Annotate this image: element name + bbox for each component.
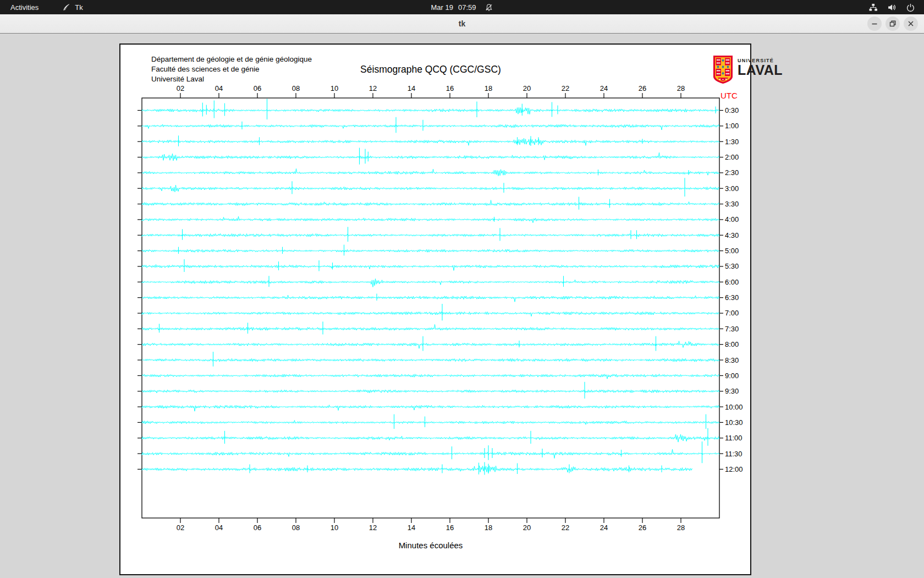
minimize-icon bbox=[867, 17, 882, 31]
trace-row bbox=[142, 434, 719, 442]
x-tick-label-top: 14 bbox=[408, 84, 415, 92]
clock-menu[interactable]: Mar 19 07:59 bbox=[431, 0, 493, 14]
close-icon bbox=[904, 17, 918, 31]
trace-row bbox=[142, 233, 719, 237]
x-tick-label-top: 10 bbox=[331, 84, 338, 92]
tk-app-icon bbox=[62, 3, 71, 12]
volume-icon[interactable] bbox=[887, 3, 897, 12]
row-time-label: 11:30 bbox=[725, 450, 743, 458]
x-tick-label-top: 12 bbox=[369, 84, 377, 92]
x-tick-label-bottom: 24 bbox=[600, 524, 608, 532]
row-time-label: 0:30 bbox=[725, 106, 739, 114]
clock-date: Mar 19 bbox=[431, 3, 453, 12]
trace-row bbox=[142, 152, 719, 161]
trace-row bbox=[142, 265, 719, 271]
maximize-restore-icon bbox=[886, 17, 900, 31]
row-time-label: 3:30 bbox=[725, 200, 739, 208]
x-tick-label-bottom: 16 bbox=[446, 524, 454, 532]
window-controls bbox=[867, 17, 918, 31]
row-time-label: 6:00 bbox=[725, 278, 739, 286]
row-time-label: 5:30 bbox=[725, 262, 739, 270]
trace-row bbox=[142, 279, 719, 287]
trace-row bbox=[142, 449, 719, 458]
plot-border bbox=[142, 98, 719, 518]
trace-spikes bbox=[179, 135, 643, 146]
x-tick-label-top: 26 bbox=[639, 84, 646, 92]
x-tick-label-bottom: 06 bbox=[254, 524, 261, 532]
trace-row bbox=[142, 107, 719, 114]
window-title: tk bbox=[459, 19, 465, 28]
row-time-label: 6:30 bbox=[725, 293, 739, 302]
row-time-label: 10:00 bbox=[725, 403, 743, 411]
row-time-label: 4:00 bbox=[725, 215, 739, 223]
x-axis-title: Minutes écoulées bbox=[142, 541, 719, 550]
trace-row bbox=[142, 295, 719, 302]
network-icon[interactable] bbox=[868, 3, 878, 12]
trace-row bbox=[142, 249, 719, 252]
x-tick-label-bottom: 10 bbox=[331, 524, 338, 532]
trace-row bbox=[142, 138, 719, 145]
x-tick-label-top: 16 bbox=[446, 84, 454, 92]
trace-row bbox=[142, 185, 719, 192]
x-tick-label-top: 06 bbox=[254, 84, 261, 92]
row-time-label: 5:00 bbox=[725, 247, 739, 255]
x-tick-label-bottom: 18 bbox=[485, 524, 492, 532]
trace-row bbox=[142, 168, 719, 176]
x-tick-label-bottom: 26 bbox=[639, 524, 646, 532]
x-tick-label-top: 08 bbox=[292, 84, 300, 92]
trace-spikes bbox=[250, 462, 662, 475]
x-tick-label-bottom: 22 bbox=[562, 524, 569, 532]
trace-row bbox=[142, 466, 692, 473]
row-time-label: 11:00 bbox=[725, 434, 743, 442]
trace-spikes bbox=[598, 170, 689, 176]
window-title-bar[interactable]: tk bbox=[0, 14, 924, 34]
trace-row bbox=[142, 341, 719, 349]
clock-text: Mar 19 07:59 bbox=[431, 3, 476, 12]
x-tick-label-bottom: 12 bbox=[369, 524, 377, 532]
row-time-label: 2:00 bbox=[725, 153, 739, 161]
trace-row bbox=[142, 374, 719, 379]
row-time-label: 10:30 bbox=[725, 418, 743, 427]
row-time-label: 8:30 bbox=[725, 356, 739, 364]
trace-spikes bbox=[160, 321, 323, 334]
row-time-label: 12:00 bbox=[725, 465, 743, 473]
x-tick-label-bottom: 14 bbox=[408, 524, 415, 532]
x-tick-label-top: 04 bbox=[215, 84, 223, 92]
app-indicator[interactable]: Tk bbox=[62, 0, 82, 14]
trace-spikes bbox=[202, 99, 716, 119]
row-time-label: 8:00 bbox=[725, 340, 739, 348]
trace-row bbox=[142, 312, 719, 317]
seismograph-canvas: Département de géologie et de génie géol… bbox=[119, 43, 751, 575]
maximize-button[interactable] bbox=[886, 17, 900, 31]
x-tick-label-bottom: 28 bbox=[677, 524, 685, 532]
row-time-label: 4:30 bbox=[725, 231, 739, 239]
row-time-label: 3:00 bbox=[725, 184, 739, 193]
x-tick-label-top: 28 bbox=[677, 84, 685, 92]
seismogram-plot: 0202040406060808101012121414161618182020… bbox=[120, 45, 750, 574]
activities-button[interactable]: Activities bbox=[8, 0, 41, 14]
row-time-label: 7:00 bbox=[725, 309, 739, 317]
trace-row bbox=[142, 324, 719, 330]
app-indicator-label: Tk bbox=[75, 3, 82, 12]
x-tick-label-top: 22 bbox=[562, 84, 569, 92]
notifications-muted-icon bbox=[485, 3, 493, 12]
x-tick-label-bottom: 08 bbox=[292, 524, 300, 532]
x-tick-label-top: 18 bbox=[485, 84, 492, 92]
trace-row bbox=[142, 216, 719, 222]
row-time-label: 2:30 bbox=[725, 168, 739, 177]
close-button[interactable] bbox=[904, 17, 918, 31]
minimize-button[interactable] bbox=[867, 17, 882, 31]
x-tick-label-bottom: 20 bbox=[523, 524, 531, 532]
x-tick-label-top: 02 bbox=[177, 84, 184, 92]
trace-row bbox=[142, 200, 719, 206]
x-tick-label-top: 20 bbox=[523, 84, 531, 92]
power-icon[interactable] bbox=[906, 3, 915, 12]
row-time-label: 7:30 bbox=[725, 325, 739, 333]
trace-spikes bbox=[452, 441, 702, 463]
row-time-label: 1:30 bbox=[725, 138, 739, 146]
trace-row bbox=[142, 124, 719, 130]
top-bar: Activities Tk Mar 19 07:59 bbox=[0, 0, 924, 14]
x-tick-label-bottom: 02 bbox=[177, 524, 184, 532]
row-time-label: 1:00 bbox=[725, 122, 739, 130]
system-status-area bbox=[868, 0, 924, 14]
